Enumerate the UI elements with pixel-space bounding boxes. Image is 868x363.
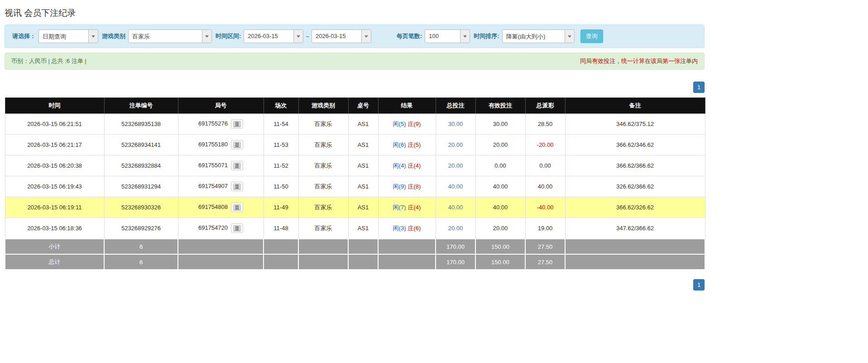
video-replay-button[interactable] (231, 182, 243, 191)
total-bet-link[interactable]: 40.00 (448, 183, 463, 190)
round-number: 691754808 (198, 203, 228, 210)
table-row: 2026-03-15 06:20:38 523268932884 6917550… (5, 155, 705, 176)
video-replay-button[interactable] (231, 223, 243, 233)
table-body: 2026-03-15 06:21:51 523268935138 6917552… (5, 114, 705, 239)
cell-round-id: 691754720 (178, 218, 264, 239)
cell-time: 2026-03-15 06:18:36 (5, 218, 104, 239)
cell-table-no: AS1 (348, 176, 378, 197)
page-size-caret-button[interactable] (460, 30, 470, 43)
total-bet-link[interactable]: 40.00 (448, 204, 463, 211)
cell-total-bet: 20.00 (436, 135, 475, 155)
total-row: 总计 6 170.00 150.00 27.50 (5, 254, 705, 270)
cell-bet-id: 523268932884 (104, 155, 178, 176)
cell-result: 闲(4)庄(4) (378, 155, 436, 176)
filter-bar: 请选择： 日期查询 游戏类别 百家乐 时间区间: 2026-03-15 ~ 20… (5, 24, 705, 48)
cell-table-no: AS1 (348, 197, 378, 218)
subtotal-empty-cell (348, 239, 378, 254)
page-title: 视讯 会员下注纪录 (5, 7, 705, 19)
date-from-caret-button[interactable] (293, 30, 303, 43)
cell-payout: -40.00 (525, 197, 565, 218)
video-replay-button[interactable] (231, 203, 243, 212)
table-row: 2026-03-15 06:19:43 523268931294 6917549… (5, 176, 705, 197)
cell-table-no: AS1 (348, 114, 378, 135)
cell-time: 2026-03-15 06:21:51 (5, 114, 104, 135)
result-banker: 庄(5) (408, 141, 421, 148)
cell-round-id: 691755071 (178, 155, 264, 176)
cell-round-id: 691755180 (178, 135, 264, 155)
total-bet-link[interactable]: 20.00 (448, 162, 463, 169)
total-empty-cell (264, 254, 298, 270)
page-1-button[interactable]: 1 (693, 279, 705, 290)
cell-table-no: AS1 (348, 155, 378, 176)
subtotal-empty-cell (264, 239, 298, 254)
result-player: 闲(5) (393, 121, 406, 127)
header-result: 结果 (378, 98, 436, 114)
video-replay-button[interactable] (231, 140, 243, 150)
cell-time: 2026-03-15 06:21:17 (5, 135, 104, 155)
caret-down-icon (364, 35, 368, 38)
total-count: 6 (104, 254, 178, 270)
header-round-id: 局号 (178, 98, 264, 114)
table-row: 2026-03-15 06:21:17 523268934141 6917551… (5, 135, 705, 155)
cell-game-type: 百家乐 (298, 155, 348, 176)
round-number: 691754720 (198, 224, 228, 231)
cell-remark: 366.62/346.62 (565, 135, 705, 155)
caret-down-icon (568, 35, 571, 38)
pagination-top: 1 (5, 82, 705, 93)
date-from-value: 2026-03-15 (244, 30, 293, 43)
sort-order-label: 时间排序: (474, 32, 499, 40)
game-type-select[interactable]: 百家乐 (128, 29, 212, 43)
caret-down-icon (205, 35, 209, 38)
cell-session: 11-54 (264, 114, 298, 135)
page-size-value: 100 (425, 30, 460, 43)
date-from-select[interactable]: 2026-03-15 (244, 29, 303, 43)
cell-round-id: 691754907 (178, 176, 264, 197)
cell-valid-bet: 40.00 (475, 197, 525, 218)
total-total-bet: 170.00 (436, 254, 475, 270)
game-type-label: 游戏类别 (102, 32, 125, 40)
sort-order-select[interactable]: 降冪(由大到小) (502, 29, 575, 43)
total-empty-cell (298, 254, 348, 270)
round-number: 691755276 (198, 120, 228, 127)
result-banker: 庄(9) (408, 121, 421, 127)
date-to-select[interactable]: 2026-03-15 (312, 29, 371, 43)
total-bet-link[interactable]: 20.00 (448, 225, 463, 232)
cell-payout: 28.50 (525, 114, 565, 135)
page-size-select[interactable]: 100 (425, 29, 470, 43)
cell-total-bet: 30.00 (436, 114, 475, 135)
pagination-bottom: 1 (5, 279, 705, 290)
video-replay-button[interactable] (231, 161, 243, 170)
search-button[interactable]: 查询 (580, 29, 603, 43)
subtotal-empty-cell (298, 239, 348, 254)
cell-bet-id: 523268935138 (104, 114, 178, 135)
cell-remark: 366.62/326.62 (565, 197, 705, 218)
total-bet-link[interactable]: 30.00 (448, 121, 463, 127)
cell-session: 11-53 (264, 135, 298, 155)
total-empty-cell (565, 254, 705, 270)
result-player: 闲(7) (393, 204, 406, 211)
cell-result: 闲(3)庄(6) (378, 218, 436, 239)
page-1-button[interactable]: 1 (693, 82, 705, 93)
video-replay-button[interactable] (231, 119, 243, 129)
cell-total-bet: 40.00 (436, 176, 475, 197)
bet-records-table: 时间 注单编号 局号 场次 游戏类别 桌号 结果 总投注 有效投注 总派彩 备注… (5, 97, 705, 270)
result-banker: 庄(4) (408, 162, 421, 169)
game-type-caret-button[interactable] (202, 30, 211, 43)
sort-order-caret-button[interactable] (565, 30, 574, 43)
header-total-bet: 总投注 (436, 98, 475, 114)
result-player: 闲(3) (393, 225, 406, 232)
round-number: 691755180 (198, 141, 228, 148)
subtotal-empty-cell (178, 239, 264, 254)
total-bet-link[interactable]: 20.00 (448, 141, 463, 148)
valid-bet-note: 同局有效投注，统一计算在该局第一张注单内 (580, 57, 698, 65)
query-type-caret-button[interactable] (88, 30, 98, 43)
subtotal-total-bet: 170.00 (436, 239, 475, 254)
cell-time: 2026-03-15 06:19:11 (5, 197, 104, 218)
video-replay-icon (233, 163, 241, 169)
cell-valid-bet: 20.00 (475, 135, 525, 155)
date-to-caret-button[interactable] (361, 30, 371, 43)
total-empty-cell (178, 254, 264, 270)
query-type-value: 日期查询 (39, 30, 88, 43)
result-banker: 庄(4) (408, 204, 421, 211)
query-type-select[interactable]: 日期查询 (38, 29, 98, 43)
